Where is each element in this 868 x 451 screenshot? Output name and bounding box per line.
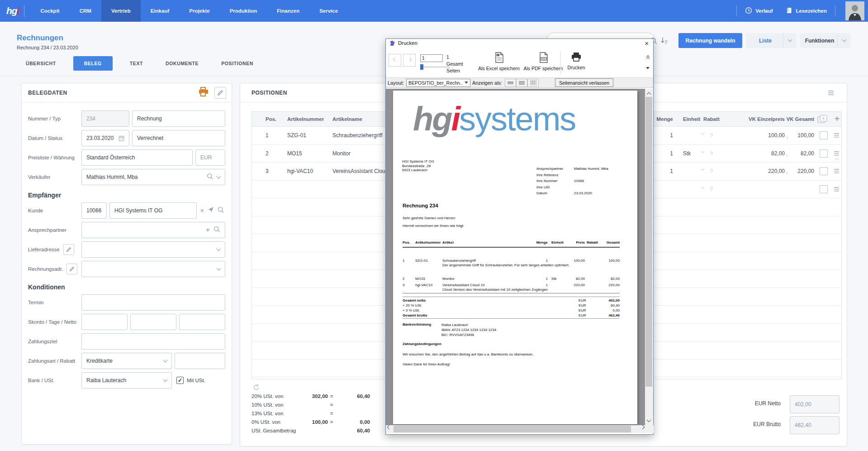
nav-item-produktion[interactable]: Produktion (220, 0, 267, 22)
verkaeufer-field[interactable]: Mathias Humml, Mba (81, 169, 225, 185)
view-continuous-icon[interactable] (516, 79, 527, 87)
zahlungsziel-field[interactable] (81, 333, 225, 350)
row-checkbox[interactable] (820, 167, 828, 175)
liste-dropdown-toggle[interactable] (783, 33, 797, 48)
table-rule (403, 293, 620, 293)
calendar-icon[interactable] (119, 135, 124, 141)
rechnung-wandeln-button[interactable]: Rechnung wandeln (678, 33, 742, 48)
bank-select[interactable]: Raiba Lauterach (81, 372, 172, 389)
toolbar-more-icon[interactable] (646, 67, 650, 69)
chevron-down-icon[interactable] (217, 174, 221, 178)
prev-page-button[interactable] (389, 54, 401, 67)
row-checkbox[interactable] (820, 185, 828, 193)
funktionen-dropdown-toggle[interactable] (837, 33, 851, 48)
page-number-input[interactable] (420, 54, 443, 62)
scroll-left-icon[interactable] (387, 425, 392, 430)
scrollbar-thumb[interactable] (645, 97, 652, 387)
kunde-label: Kunde (28, 208, 81, 213)
tab-positionen[interactable]: POSITIONEN (216, 56, 259, 71)
preisliste-field[interactable]: Standard Österreich (81, 149, 193, 166)
mit-ust-checkbox[interactable]: ✓ (176, 377, 184, 384)
document-horizontal-scrollbar[interactable] (386, 425, 646, 433)
liste-button[interactable]: Liste (746, 33, 797, 48)
rechnungsadr-field[interactable] (81, 261, 225, 277)
add-icon[interactable]: + (206, 226, 210, 234)
row-checkbox[interactable] (820, 131, 828, 139)
skonto-field[interactable] (81, 314, 128, 330)
hgi-logo[interactable]: hgi (6, 5, 19, 16)
tage-field[interactable] (130, 314, 176, 330)
nummer-field[interactable]: 234 (81, 110, 129, 127)
hamburger-icon[interactable]: ≡ (828, 88, 834, 98)
termin-field[interactable] (81, 294, 225, 311)
edit-address-icon[interactable] (66, 264, 77, 274)
scroll-up-icon[interactable] (835, 158, 840, 163)
lieferadresse-field[interactable] (81, 241, 225, 258)
tab-dokumente[interactable]: DOKUMENTE (160, 56, 204, 71)
row-menu-icon[interactable]: ≡ (834, 129, 840, 142)
search-icon[interactable] (207, 173, 213, 181)
clear-icon[interactable]: × (200, 207, 204, 214)
column-header-artikelnummer[interactable]: Artikelnummer (287, 112, 332, 126)
next-page-button[interactable] (403, 54, 416, 67)
nav-item-finanzen[interactable]: Finanzen (267, 0, 309, 22)
waehrung-field[interactable]: EUR (195, 149, 225, 166)
tab-beleg[interactable]: BELEG (73, 56, 113, 71)
copy-row-icon[interactable] (817, 115, 828, 126)
search-icon[interactable] (218, 206, 224, 215)
save-pdf-button[interactable]: Als PDF speichern (518, 52, 569, 71)
tab-text[interactable]: TEXT (124, 56, 148, 71)
slider-thumb[interactable] (420, 64, 423, 70)
search-icon[interactable] (213, 226, 220, 234)
print-button[interactable]: Drucken (562, 52, 590, 70)
nav-item-cockpit[interactable]: Cockpit (31, 0, 70, 22)
column-header-pos-[interactable]: Pos. (266, 112, 286, 126)
column-header-einheit[interactable]: Einheit (683, 112, 700, 126)
collapse-toolbar-icon[interactable] (647, 54, 649, 60)
edit-icon[interactable] (214, 87, 226, 99)
edit-address-icon[interactable] (63, 244, 74, 255)
layout-select[interactable]: BEPOSITIO_ber_Rechn... (406, 79, 470, 87)
lesezeichen-button[interactable]: Lesezeichen (783, 7, 830, 15)
nav-item-crm[interactable]: CRM (70, 0, 101, 22)
add-row-icon[interactable]: + (835, 114, 840, 124)
column-header-rabatt[interactable]: Rabatt (699, 112, 724, 126)
view-grid-icon[interactable] (527, 79, 539, 87)
scroll-up-icon[interactable] (647, 92, 651, 97)
table-scrollbar[interactable] (834, 155, 841, 379)
scrollbar-thumb[interactable] (394, 426, 631, 432)
nav-item-einkauf[interactable]: Einkauf (141, 0, 180, 22)
column-header-vk-gesamt[interactable]: VK Gesamt (778, 112, 814, 126)
zahlungsart-select[interactable]: Kreditkarte (81, 353, 172, 369)
verlauf-button[interactable]: Verlauf (742, 7, 775, 15)
page-slider[interactable] (420, 66, 450, 68)
datum-field[interactable]: 23.03.2020 (81, 130, 129, 146)
chevron-down-icon[interactable] (217, 246, 221, 251)
locate-icon[interactable] (208, 206, 214, 215)
typ-field[interactable]: Rechnung (132, 110, 225, 127)
nav-item-projekte[interactable]: Projekte (179, 0, 219, 22)
view-single-icon[interactable] (505, 79, 516, 87)
dialog-titlebar[interactable]: Drucken × (386, 39, 653, 48)
row-checkbox[interactable] (820, 149, 828, 158)
tab-übersicht[interactable]: ÜBERSICHT (20, 56, 62, 71)
funktionen-button[interactable]: Funktionen (800, 33, 851, 48)
user-avatar[interactable] (845, 1, 864, 20)
status-field[interactable]: Verrechnet (132, 130, 225, 146)
chevron-down-icon[interactable] (217, 266, 221, 270)
sort-icon[interactable] (659, 36, 669, 47)
close-icon[interactable]: × (645, 39, 649, 47)
nav-item-service[interactable]: Service (309, 0, 348, 22)
scroll-down-icon[interactable] (647, 418, 651, 422)
exit-preview-button[interactable]: Seitenansicht verlassen (555, 78, 613, 87)
ansprechpartner-field[interactable]: + (81, 222, 225, 238)
kunde-number-field[interactable]: 10066 (81, 202, 107, 219)
kunde-name-field[interactable]: HGI Systems IT OG (109, 202, 197, 219)
nav-item-vertrieb[interactable]: Vertrieb (101, 0, 141, 22)
print-icon[interactable] (198, 87, 209, 99)
pos-cell: 3 (266, 163, 286, 180)
rabatt-field[interactable] (175, 353, 225, 369)
netto-field[interactable] (179, 314, 225, 330)
scroll-right-icon[interactable] (640, 425, 645, 430)
document-vertical-scrollbar[interactable] (645, 89, 653, 425)
